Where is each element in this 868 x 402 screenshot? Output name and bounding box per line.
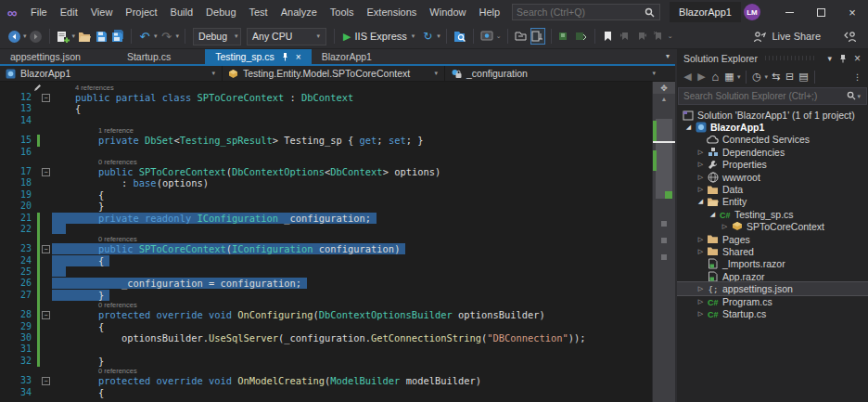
fold-collapse-icon[interactable]: −	[42, 94, 50, 102]
comment-selection-icon[interactable]	[557, 28, 572, 45]
previous-bookmark-icon[interactable]	[618, 28, 632, 45]
close-button[interactable]: ×	[836, 0, 868, 24]
tab-list-dropdown[interactable]: ▾	[666, 52, 670, 60]
expand-arrow-icon[interactable]: ▷	[696, 236, 706, 243]
code-line[interactable]: 31	[0, 344, 652, 355]
codelens-references[interactable]: 0 references	[98, 158, 137, 166]
menu-edit[interactable]: Edit	[54, 0, 84, 24]
menu-file[interactable]: File	[24, 0, 54, 24]
code-line[interactable]: 16	[0, 147, 652, 158]
uncomment-selection-icon[interactable]	[574, 28, 589, 45]
code-line[interactable]: 33− protected override void OnModelCreat…	[0, 375, 652, 386]
close-panel-icon[interactable]: ×	[850, 52, 864, 65]
back-icon[interactable]: ◀	[681, 70, 695, 84]
menu-debug[interactable]: Debug	[199, 0, 242, 24]
code-line[interactable]: 22	[0, 224, 652, 235]
navigate-forward-icon[interactable]	[29, 28, 44, 45]
fold-collapse-icon[interactable]: −	[42, 311, 50, 319]
panel-drag-grip[interactable]	[765, 56, 816, 60]
tree-item-connected-services[interactable]: Connected Services	[677, 134, 868, 146]
menu-window[interactable]: Window	[423, 0, 472, 24]
tree-item-pages[interactable]: ▷ Pages	[677, 233, 868, 245]
navigate-backward-icon[interactable]	[6, 28, 21, 45]
refresh-icon[interactable]: ↻	[420, 28, 435, 45]
pin-icon[interactable]	[281, 52, 289, 61]
vertical-scrollbar[interactable]: ✥ ▲	[652, 82, 675, 402]
pin-icon[interactable]	[836, 54, 850, 63]
save-all-icon[interactable]	[110, 28, 125, 45]
search-options-dropdown[interactable]: ▾	[857, 93, 861, 100]
new-project-dropdown[interactable]: ▾	[72, 32, 76, 40]
quick-info-icon[interactable]	[530, 28, 545, 45]
code-line[interactable]: 21 private readonly IConfiguration _conf…	[0, 213, 652, 224]
fold-collapse-icon[interactable]: −	[42, 245, 50, 253]
code-line[interactable]: 29 {	[0, 321, 652, 332]
expand-arrow-icon[interactable]: ▷	[696, 174, 706, 181]
code-line[interactable]: 34 {	[0, 387, 652, 398]
menu-help[interactable]: Help	[472, 0, 506, 24]
expand-arrow-icon[interactable]: ▷	[696, 285, 706, 292]
codelens-references[interactable]: 0 references	[98, 235, 137, 243]
expand-arrow-icon[interactable]: ▷	[696, 248, 706, 255]
tab-appsettings-json[interactable]: appsettings.json	[0, 49, 91, 64]
start-debugging-button[interactable]: ▶ IIS Express ▾	[339, 31, 419, 43]
account-avatar[interactable]: LM	[744, 4, 760, 20]
member-dropdown[interactable]: _configuration ▾	[445, 66, 662, 81]
minimize-button[interactable]	[773, 0, 805, 24]
solution-configuration-dropdown[interactable]: Debug▾	[193, 28, 241, 45]
switch-views-dropdown[interactable]: ▾	[737, 73, 741, 81]
code-line[interactable]: 25	[0, 266, 652, 278]
panel-options-dropdown[interactable]: ▾	[823, 54, 836, 63]
menu-build[interactable]: Build	[164, 0, 199, 24]
toggle-bookmark-icon[interactable]	[601, 28, 616, 45]
scroll-up-arrow[interactable]: ▲	[653, 96, 675, 102]
code-line[interactable]: 26 _configuration = configuration;	[0, 278, 652, 289]
undo-icon[interactable]: ↶	[137, 28, 152, 45]
toolbar-overflow-dropdown[interactable]: ⌄	[668, 32, 673, 40]
code-line[interactable]: 28− protected override void OnConfigurin…	[0, 309, 652, 320]
restore-button[interactable]	[805, 0, 836, 24]
collapse-all-icon[interactable]: ⊟	[783, 70, 797, 84]
tree-item-shared[interactable]: ▷ Shared	[677, 245, 868, 257]
pending-changes-dropdown[interactable]: ▾	[765, 73, 769, 81]
sync-with-active-document-icon[interactable]: ⇆	[769, 70, 783, 84]
open-folder-icon[interactable]	[77, 28, 92, 45]
live-share-label[interactable]: Live Share	[772, 31, 821, 42]
code-line[interactable]: 20 }	[0, 201, 652, 212]
code-line[interactable]: 24 {	[0, 255, 652, 266]
live-share-icon[interactable]	[752, 28, 767, 45]
fold-collapse-icon[interactable]: −	[42, 377, 50, 385]
expand-arrow-icon[interactable]: ▷	[696, 161, 706, 168]
code-line[interactable]: 15 private DbSet<Testing_spResult> Testi…	[0, 135, 652, 146]
save-icon[interactable]	[94, 28, 108, 45]
forward-icon[interactable]: ▶	[695, 70, 708, 84]
ide-navigator-icon[interactable]	[514, 28, 529, 45]
code-area[interactable]: 4 references 12− public partial class SP…	[0, 82, 652, 402]
close-tab-icon[interactable]: ×	[296, 52, 301, 62]
tree-item-sptocorecontext[interactable]: ▷ SPToCoreContext	[677, 221, 868, 233]
next-bookmark-icon[interactable]	[634, 28, 649, 45]
tree-item-solution[interactable]: Solution 'BlazorApp1' (1 of 1 project)	[677, 109, 868, 121]
home-icon[interactable]: ⌂	[708, 70, 722, 84]
code-line[interactable]: 23− public SPToCoreContext(IConfiguratio…	[0, 243, 652, 254]
code-line[interactable]: 30 optionsBuilder.UseSqlServer(_configur…	[0, 332, 652, 344]
expand-arrow-icon[interactable]: ▷	[696, 310, 706, 318]
collapse-arrow-icon[interactable]: ◢	[696, 198, 706, 205]
navigate-backward-dropdown[interactable]: ▾	[23, 32, 27, 40]
code-line[interactable]: 13 {	[0, 103, 652, 114]
code-line[interactable]: 32 }	[0, 356, 652, 367]
browser-link-dropdown[interactable]: ⌄	[496, 32, 502, 40]
code-editor[interactable]: 4 references 12− public partial class SP…	[0, 82, 675, 402]
tree-item-project-blazorapp1[interactable]: ◢ BlazorApp1	[677, 121, 868, 133]
tree-item-imports-razor[interactable]: _Imports.razor	[677, 258, 868, 270]
tree-item-appsettings-json[interactable]: ▷ {;} appsettings.json	[677, 282, 868, 294]
tree-item-testing-sp-cs[interactable]: ◢ C# Testing_sp.cs	[677, 208, 868, 220]
pending-changes-filter-icon[interactable]: ◷	[750, 70, 764, 84]
solution-platform-dropdown[interactable]: Any CPU▾	[247, 28, 326, 45]
expand-arrow-icon[interactable]: ▷	[696, 298, 706, 305]
codelens-references[interactable]: 0 references	[98, 367, 137, 375]
tab-startup-cs[interactable]: Startup.cs	[117, 49, 181, 64]
quick-search-input[interactable]	[517, 6, 643, 18]
code-line[interactable]: 17− public SPToCoreContext(DbContextOpti…	[0, 166, 652, 177]
tree-item-properties[interactable]: ▷ Properties	[677, 159, 868, 171]
